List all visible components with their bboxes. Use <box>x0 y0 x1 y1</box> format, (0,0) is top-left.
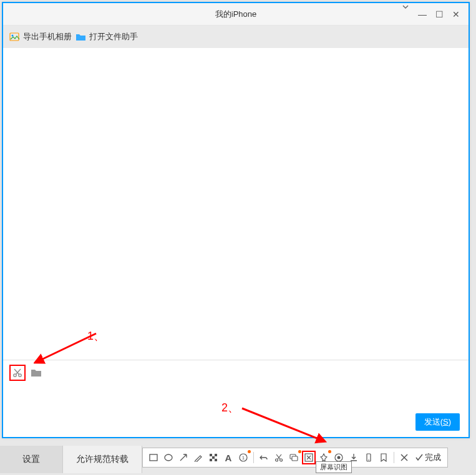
separator <box>253 452 254 463</box>
mosaic-tool-icon[interactable] <box>206 451 220 464</box>
dropdown-icon[interactable] <box>402 3 409 26</box>
svg-point-16 <box>280 459 283 461</box>
file-icon[interactable] <box>31 368 42 378</box>
folder-icon <box>75 31 87 42</box>
svg-point-1 <box>12 35 14 37</box>
close-icon[interactable]: ✕ <box>452 3 460 26</box>
minimize-icon[interactable]: — <box>418 3 427 26</box>
window-title: 我的iPhone <box>215 9 256 20</box>
text-tool-icon[interactable]: A <box>221 451 235 464</box>
bookmark-icon[interactable] <box>377 451 391 464</box>
svg-point-7 <box>165 454 172 461</box>
svg-rect-6 <box>150 454 157 461</box>
annotation-label-2: 2、 <box>221 400 239 415</box>
check-icon <box>415 453 424 462</box>
input-toolbar <box>3 360 469 385</box>
cut-icon[interactable] <box>272 451 286 464</box>
screenshot-toolbar: A 1 完成 <box>142 448 448 468</box>
tooltip: 屏幕识图 <box>316 461 352 473</box>
screen-recognition-icon[interactable] <box>302 451 316 464</box>
phone-icon[interactable] <box>362 451 376 464</box>
allow-tab[interactable]: 允许规范转载 <box>62 446 142 473</box>
svg-rect-18 <box>292 456 298 461</box>
translate-icon[interactable] <box>287 451 301 464</box>
photo-export-icon <box>9 31 21 42</box>
toolbar: 导出手机相册 打开文件助手 <box>3 26 469 48</box>
svg-text:1: 1 <box>242 455 245 461</box>
svg-rect-11 <box>210 459 212 461</box>
annotation-label-1: 1、 <box>87 329 105 343</box>
undo-icon[interactable] <box>257 451 271 464</box>
titlebar: 我的iPhone — ☐ ✕ <box>3 3 469 26</box>
send-area: 发送(S) <box>415 413 460 431</box>
svg-point-23 <box>368 459 369 461</box>
circle-tool-icon[interactable] <box>162 451 175 464</box>
maximize-icon[interactable]: ☐ <box>435 3 444 26</box>
content-area <box>3 48 469 360</box>
svg-rect-8 <box>210 454 212 456</box>
open-file-helper-label: 打开文件助手 <box>89 31 138 42</box>
arrow-tool-icon[interactable] <box>177 451 190 464</box>
window-controls: — ☐ ✕ <box>402 3 469 26</box>
send-button[interactable]: 发送(S) <box>415 413 460 431</box>
rectangle-tool-icon[interactable] <box>147 451 160 464</box>
export-album-label: 导出手机相册 <box>23 31 72 42</box>
settings-tab[interactable]: 设置 <box>0 446 62 473</box>
separator <box>394 452 394 463</box>
svg-rect-10 <box>212 456 215 459</box>
svg-rect-12 <box>215 459 217 461</box>
number-tool-icon[interactable]: 1 <box>236 451 250 464</box>
app-window: 我的iPhone — ☐ ✕ 导出手机相册 打开文件助手 <box>2 2 470 438</box>
export-album-button[interactable]: 导出手机相册 <box>9 31 72 42</box>
cancel-icon[interactable] <box>397 451 411 464</box>
svg-point-21 <box>338 456 341 459</box>
scissors-icon[interactable] <box>12 368 22 378</box>
done-button[interactable]: 完成 <box>412 452 444 463</box>
svg-rect-9 <box>215 454 217 456</box>
svg-point-15 <box>276 459 278 461</box>
pen-tool-icon[interactable] <box>192 451 205 464</box>
open-file-helper-button[interactable]: 打开文件助手 <box>75 31 138 42</box>
screenshot-button-highlight <box>9 365 26 381</box>
